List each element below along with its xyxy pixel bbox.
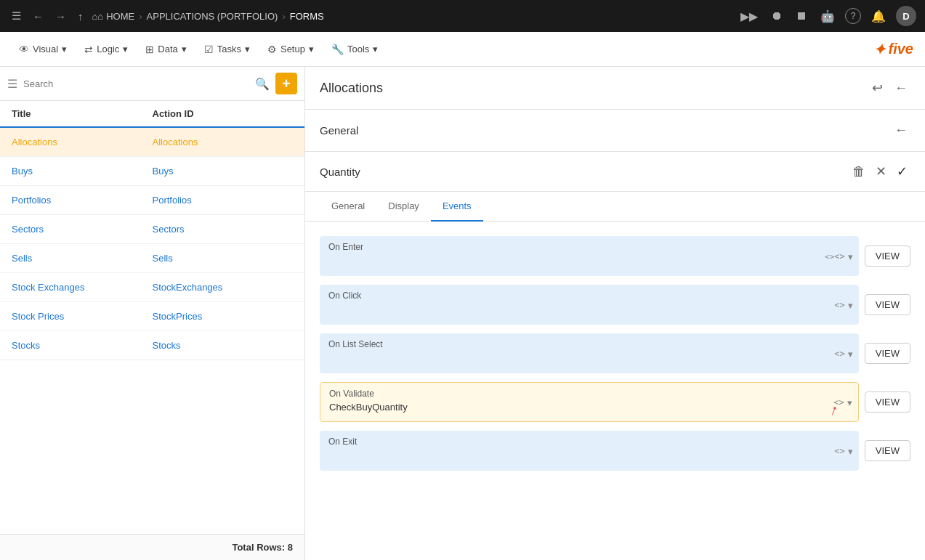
avatar[interactable]: D (896, 6, 916, 26)
section-back-button[interactable]: ← (892, 120, 910, 141)
view-btn-on-exit[interactable]: VIEW (865, 440, 910, 461)
breadcrumb-home-label: HOME (106, 11, 134, 22)
code-icon-on-enter[interactable]: <> (825, 251, 845, 261)
sidebar-footer: Total Rows: 8 (0, 534, 304, 560)
section-title: General (320, 124, 358, 137)
sidebar-table-header: Title Action ID (0, 101, 304, 128)
top-bar: ⌂ HOME › APPLICATIONS (PORTFOLIO) › FORM… (0, 0, 925, 32)
event-box-actions-on-click: <> ▾ (834, 299, 852, 310)
refresh-button[interactable]: ↩ (869, 77, 886, 99)
toolbar-data[interactable]: ⊞ Data ▾ (138, 39, 193, 60)
delete-quantity-button[interactable]: 🗑 (849, 161, 868, 182)
table-row[interactable]: Sectors Sectors (0, 215, 304, 244)
robot-icon[interactable]: 🤖 (817, 7, 838, 26)
back-content-button[interactable]: ← (892, 77, 910, 99)
stop-button[interactable]: ⏹ (793, 7, 810, 25)
view-btn-on-list-select[interactable]: VIEW (865, 343, 910, 364)
toolbar-data-label: Data (158, 44, 177, 54)
table-row[interactable]: Stocks Stocks (0, 331, 304, 360)
tasks-icon: ☑ (204, 44, 214, 55)
chevron-icon-on-exit[interactable]: ▾ (848, 445, 853, 456)
table-row[interactable]: Sells Sells (0, 244, 304, 273)
chevron-icon-on-enter[interactable]: ▾ (848, 251, 853, 261)
total-rows-label: Total Rows: 8 (232, 542, 293, 553)
toolbar-tools-label: Tools (347, 44, 369, 54)
event-row-on-click: On Click <> ▾ VIEW (320, 285, 910, 325)
setup-gear-icon: ⚙ (267, 44, 277, 55)
row-action: Portfolios (153, 195, 294, 206)
quantity-section: Quantity 🗑 ✕ ✓ General Display Events (305, 152, 925, 560)
search-input[interactable] (23, 78, 249, 89)
main: ☰ 🔍 + Title Action ID Allocations Alloca… (0, 67, 925, 560)
toolbar-setup[interactable]: ⚙ Setup ▾ (260, 39, 321, 60)
toolbar-visual[interactable]: 👁 Visual ▾ (12, 39, 74, 60)
event-row-on-enter: On Enter <> ▾ VIEW (320, 236, 910, 276)
menu-icon[interactable] (9, 7, 24, 25)
view-btn-on-validate[interactable]: VIEW (865, 391, 910, 413)
row-title: Stocks (12, 340, 153, 351)
breadcrumb-forms: FORMS (290, 11, 324, 22)
content-area: Allocations ↩ ← General ← Quantity 🗑 ✕ ✓ (305, 67, 925, 560)
event-box-on-list-select: On List Select <> ▾ (320, 333, 859, 373)
event-box-on-click: On Click <> ▾ (320, 285, 859, 325)
chevron-icon-on-list-select[interactable]: ▾ (848, 348, 853, 359)
breadcrumb-home[interactable]: ⌂ HOME (92, 11, 135, 22)
breadcrumb-apps[interactable]: APPLICATIONS (PORTFOLIO) (147, 11, 278, 22)
content-header-actions: ↩ ← (869, 77, 910, 99)
toolbar-tools[interactable]: 🔧 Tools ▾ (324, 39, 385, 60)
quantity-header: Quantity 🗑 ✕ ✓ (305, 152, 925, 192)
tab-general[interactable]: General (320, 192, 376, 222)
row-title: Stock Exchanges (12, 282, 153, 293)
row-title: Sectors (12, 224, 153, 235)
confirm-quantity-button[interactable]: ✓ (894, 161, 910, 182)
table-row[interactable]: Portfolios Portfolios (0, 186, 304, 215)
code-icon-on-list-select[interactable]: <> (834, 349, 844, 359)
event-row-on-list-select: On List Select <> ▾ VIEW (320, 333, 910, 373)
event-box-actions-on-enter: <> ▾ (825, 251, 853, 261)
bell-icon[interactable]: 🔔 (868, 7, 889, 26)
event-label-on-enter: On Enter (328, 242, 850, 252)
back-button[interactable] (30, 7, 47, 25)
section-header: General ← (305, 110, 925, 152)
table-row[interactable]: Stock Prices StockPrices (0, 302, 304, 331)
sidebar: ☰ 🔍 + Title Action ID Allocations Alloca… (0, 67, 305, 560)
up-button[interactable] (75, 7, 86, 25)
toolbar-setup-chevron: ▾ (309, 44, 314, 54)
table-row[interactable]: Buys Buys (0, 157, 304, 186)
breadcrumb-sep-1: › (139, 11, 142, 22)
toolbar-tasks-label: Tasks (217, 44, 241, 54)
view-btn-on-enter[interactable]: VIEW (865, 245, 910, 267)
table-row[interactable]: Stock Exchanges StockExchanges (0, 273, 304, 302)
tab-events[interactable]: Events (431, 192, 483, 222)
row-title: Buys (12, 166, 153, 176)
toolbar-logic-chevron: ▾ (123, 44, 128, 54)
breadcrumb: ⌂ HOME › APPLICATIONS (PORTFOLIO) › FORM… (92, 11, 324, 22)
filter-icon: ☰ (7, 77, 17, 91)
row-action: StockPrices (153, 311, 294, 322)
code-icon-on-click[interactable]: <> (834, 300, 844, 310)
code-icon-on-exit[interactable]: <> (834, 446, 844, 456)
row-title: Stock Prices (12, 311, 153, 322)
chevron-icon-on-click[interactable]: ▾ (848, 299, 853, 310)
view-btn-on-click[interactable]: VIEW (865, 294, 910, 315)
top-bar-right: ▶ ⏺ ⏹ 🤖 ? 🔔 D (738, 6, 916, 26)
event-box-actions-on-list-select: <> ▾ (834, 348, 852, 359)
event-box-on-enter: On Enter <> ▾ (320, 236, 859, 276)
help-icon[interactable]: ? (845, 8, 861, 24)
close-quantity-button[interactable]: ✕ (873, 161, 889, 182)
toolbar-data-chevron: ▾ (182, 44, 187, 54)
event-row-on-validate: On Validate CheckBuyQuantity <> ▾ ↑ VIEW (320, 382, 910, 422)
add-button[interactable]: + (275, 73, 297, 94)
play-button[interactable]: ▶ (738, 7, 761, 26)
toolbar-visual-label: Visual (33, 44, 58, 54)
record-button[interactable]: ⏺ (768, 7, 785, 25)
tab-display[interactable]: Display (376, 192, 431, 222)
toolbar-visual-chevron: ▾ (62, 44, 67, 54)
table-row[interactable]: Allocations Allocations (0, 128, 304, 157)
search-icon[interactable]: 🔍 (255, 77, 270, 91)
forward-button[interactable] (52, 7, 69, 25)
chevron-icon-on-validate[interactable]: ▾ (847, 397, 852, 407)
toolbar-tasks[interactable]: ☑ Tasks ▾ (197, 39, 257, 60)
row-action: Stocks (153, 340, 294, 351)
toolbar-logic[interactable]: ⇄ Logic ▾ (77, 39, 135, 60)
